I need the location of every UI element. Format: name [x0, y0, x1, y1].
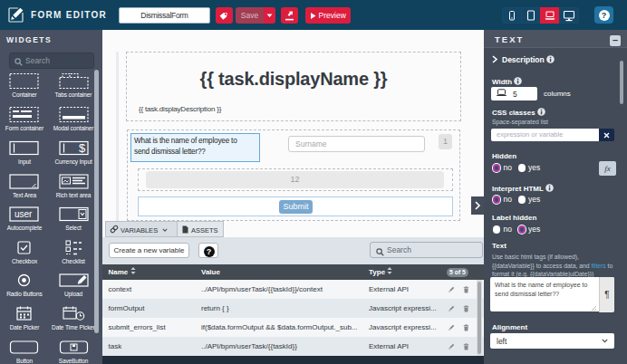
svg-text:user: user — [14, 209, 33, 219]
svg-text:$: $ — [79, 141, 86, 155]
